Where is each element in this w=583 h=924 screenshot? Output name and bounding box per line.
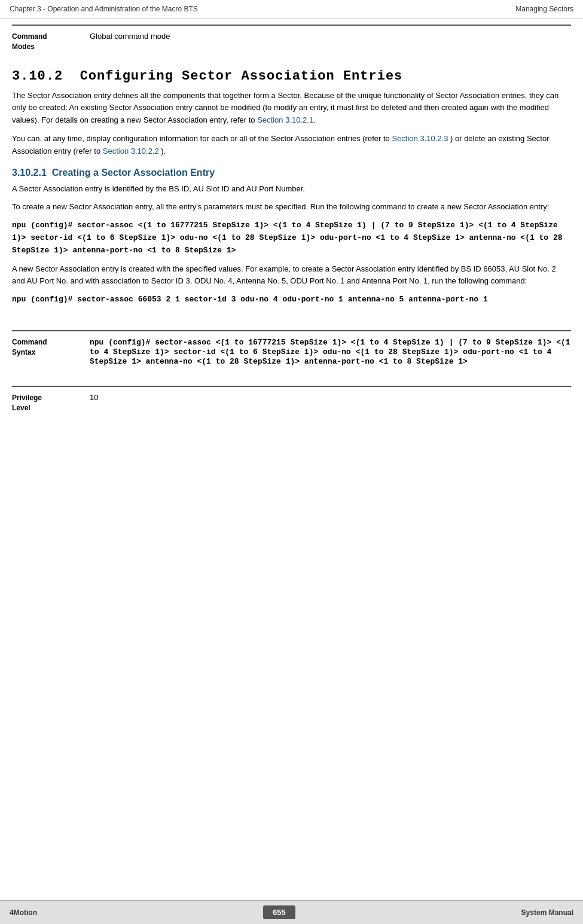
link-section-3-10-2-3[interactable]: Section 3.10.2.3 [392,134,448,143]
section-3-10-2-heading: 3.10.2 Configuring Sector Association En… [12,69,571,84]
footer-page-number: 655 [263,905,295,919]
command-syntax-row: CommandSyntax npu (config)# sector-assoc… [12,330,571,372]
command-block-2: npu (config)# sector-assoc 66053 2 1 sec… [12,294,571,306]
header-chapter: Chapter 3 - Operation and Administration… [10,5,198,13]
command-modes-row: CommandModes Global command mode [12,25,571,58]
section-3-10-2-1-para2: To create a new Sector Association entry… [12,201,571,214]
privilege-level-row: PrivilegeLevel 10 [12,386,571,419]
section-3-10-2-para2: You can, at any time, display configurat… [12,133,571,158]
page-content: CommandModes Global command mode 3.10.2 … [0,19,583,430]
command-syntax-value: npu (config)# sector-assoc <(1 to 167772… [90,337,571,366]
command-modes-value: Global command mode [90,32,571,52]
command-block-1: npu (config)# sector-assoc <(1 to 167772… [12,219,571,257]
section-3-10-2-1-para1: A Sector Association entry is identified… [12,183,571,196]
section-3-10-2-1-heading: 3.10.2.1 Creating a Sector Association E… [12,167,571,178]
command-modes-label: CommandModes [12,32,90,52]
link-section-3-10-2-2[interactable]: Section 3.10.2.2 [103,147,159,155]
privilege-level-label: PrivilegeLevel [12,393,90,413]
footer-manual: System Manual [521,908,573,917]
link-section-3-10-2-1[interactable]: Section 3.10.2.1 [257,115,313,124]
section-3-10-2-para1: The Sector Association entry defines all… [12,90,571,127]
footer-brand: 4Motion [10,908,37,917]
command-syntax-label: CommandSyntax [12,337,90,366]
header-section: Managing Sectors [515,5,573,13]
page-footer: 4Motion 655 System Manual [0,900,583,924]
section-3-10-2-1-para3: A new Sector Association entry is create… [12,263,571,288]
page-header: Chapter 3 - Operation and Administration… [0,0,583,19]
privilege-level-value: 10 [90,393,571,413]
